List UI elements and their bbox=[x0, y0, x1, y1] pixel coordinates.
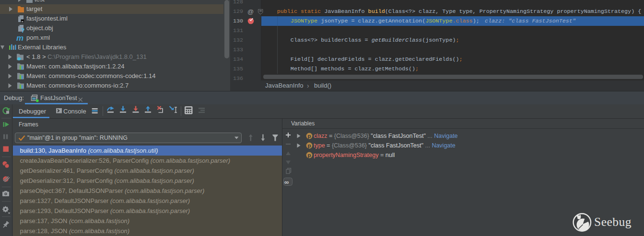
svg-text:@: @ bbox=[247, 8, 254, 15]
svg-text:m: m bbox=[16, 34, 23, 43]
svg-text:?: ? bbox=[21, 27, 25, 34]
svg-text:p: p bbox=[307, 152, 311, 158]
svg-text:p: p bbox=[307, 133, 311, 139]
svg-text:p: p bbox=[307, 143, 311, 148]
